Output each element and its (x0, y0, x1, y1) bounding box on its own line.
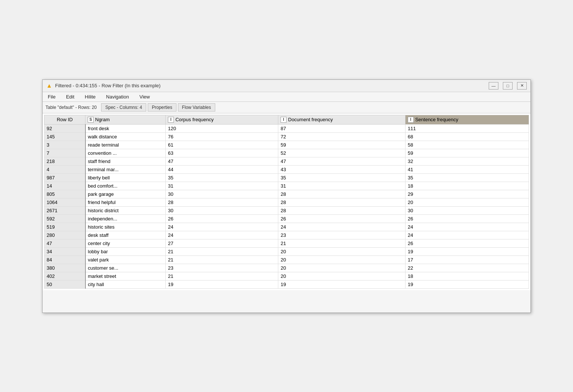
cell-document: 21 (278, 239, 406, 247)
cell-row-id: 592 (44, 214, 85, 223)
cell-ngram: customer se... (85, 264, 166, 272)
table-row: 2671 historic district 30 28 30 (44, 206, 529, 214)
menubar: File Edit Hilite Navigation View (43, 92, 530, 102)
cell-sentence: 30 (405, 206, 529, 214)
cell-corpus: 19 (166, 280, 278, 288)
cell-ngram: lobby bar (85, 247, 166, 255)
cell-corpus: 21 (166, 255, 278, 264)
minimize-button[interactable]: — (489, 82, 498, 90)
table-row: 4 terminal mar... 44 43 41 (44, 165, 529, 173)
table-row: 3 reade terminal 61 59 58 (44, 141, 529, 149)
document-type-badge: I (281, 117, 286, 123)
cell-corpus: 24 (166, 231, 278, 239)
sentence-type-badge: I (408, 117, 414, 123)
col-header-sentence-freq: I Sentence frequency (405, 115, 529, 124)
cell-ngram: front desk (85, 124, 166, 132)
cell-row-id: 50 (44, 280, 85, 288)
table-row: 7 convention ... 63 52 59 (44, 149, 529, 157)
window-title: Filtered - 0:434:155 - Row Filter (In th… (55, 83, 161, 88)
cell-ngram: desk staff (85, 231, 166, 239)
cell-document: 19 (278, 280, 406, 288)
cell-ngram: historic district (85, 206, 166, 214)
table-row: 218 staff friend 47 47 32 (44, 157, 529, 165)
cell-row-id: 380 (44, 264, 85, 272)
table-row: 987 liberty bell 35 35 35 (44, 173, 529, 182)
cell-ngram: liberty bell (85, 173, 166, 182)
cell-corpus: 63 (166, 149, 278, 157)
cell-ngram: friend helpful (85, 198, 166, 206)
tab-flow-variables[interactable]: Flow Variables (178, 103, 215, 112)
cell-row-id: 14 (44, 182, 85, 190)
cell-document: 28 (278, 190, 406, 198)
cell-sentence: 41 (405, 165, 529, 173)
cell-document: 20 (278, 247, 406, 255)
toolbar: Table "default" - Rows: 20 Spec - Column… (43, 102, 530, 113)
cell-corpus: 24 (166, 223, 278, 231)
table-row: 92 front desk 120 87 111 (44, 124, 529, 132)
cell-row-id: 402 (44, 272, 85, 280)
cell-document: 59 (278, 141, 406, 149)
cell-corpus: 47 (166, 157, 278, 165)
cell-corpus: 23 (166, 264, 278, 272)
cell-sentence: 59 (405, 149, 529, 157)
menu-hilite[interactable]: Hilite (82, 93, 98, 100)
menu-navigation[interactable]: Navigation (104, 93, 131, 100)
cell-sentence: 29 (405, 190, 529, 198)
table-row: 592 independen... 26 26 26 (44, 214, 529, 223)
cell-corpus: 30 (166, 190, 278, 198)
menu-file[interactable]: File (46, 93, 58, 100)
cell-sentence: 32 (405, 157, 529, 165)
cell-corpus: 26 (166, 214, 278, 223)
tab-properties[interactable]: Properties (148, 103, 176, 112)
warning-icon: ▲ (46, 82, 52, 89)
data-table: Row ID S Ngram I Corpus frequency (44, 115, 529, 289)
cell-document: 20 (278, 264, 406, 272)
cell-row-id: 2671 (44, 206, 85, 214)
cell-sentence: 19 (405, 280, 529, 288)
cell-sentence: 68 (405, 132, 529, 141)
cell-corpus: 61 (166, 141, 278, 149)
col-header-ngram: S Ngram (85, 115, 166, 124)
cell-sentence: 19 (405, 247, 529, 255)
cell-row-id: 519 (44, 223, 85, 231)
cell-sentence: 20 (405, 198, 529, 206)
table-row: 145 walk distance 76 72 68 (44, 132, 529, 141)
titlebar-controls: — □ ✕ (489, 82, 527, 90)
cell-ngram: convention ... (85, 149, 166, 157)
cell-ngram: bed comfort... (85, 182, 166, 190)
menu-edit[interactable]: Edit (64, 93, 76, 100)
bottom-area (43, 290, 530, 313)
table-row: 34 lobby bar 21 20 19 (44, 247, 529, 255)
cell-document: 28 (278, 206, 406, 214)
corpus-type-badge: I (168, 117, 174, 123)
cell-document: 28 (278, 198, 406, 206)
menu-view[interactable]: View (137, 93, 152, 100)
cell-document: 26 (278, 214, 406, 223)
cell-row-id: 47 (44, 239, 85, 247)
tab-spec-columns[interactable]: Spec - Columns: 4 (101, 103, 146, 112)
cell-sentence: 18 (405, 272, 529, 280)
cell-ngram: historic sites (85, 223, 166, 231)
maximize-button[interactable]: □ (503, 82, 513, 90)
cell-sentence: 35 (405, 173, 529, 182)
table-row: 84 valet park 21 20 17 (44, 255, 529, 264)
cell-corpus: 28 (166, 198, 278, 206)
data-table-container: Row ID S Ngram I Corpus frequency (43, 113, 530, 290)
cell-sentence: 58 (405, 141, 529, 149)
table-row: 50 city hall 19 19 19 (44, 280, 529, 288)
cell-ngram: valet park (85, 255, 166, 264)
cell-document: 35 (278, 173, 406, 182)
cell-corpus: 31 (166, 182, 278, 190)
table-info-label: Table "default" - Rows: 20 (46, 105, 97, 110)
close-button[interactable]: ✕ (517, 82, 527, 90)
cell-row-id: 92 (44, 124, 85, 132)
cell-document: 43 (278, 165, 406, 173)
cell-corpus: 27 (166, 239, 278, 247)
cell-corpus: 30 (166, 206, 278, 214)
cell-ngram: staff friend (85, 157, 166, 165)
table-row: 380 customer se... 23 20 22 (44, 264, 529, 272)
cell-ngram: reade terminal (85, 141, 166, 149)
cell-document: 20 (278, 272, 406, 280)
cell-row-id: 84 (44, 255, 85, 264)
main-window: ▲ Filtered - 0:434:155 - Row Filter (In … (42, 79, 531, 313)
